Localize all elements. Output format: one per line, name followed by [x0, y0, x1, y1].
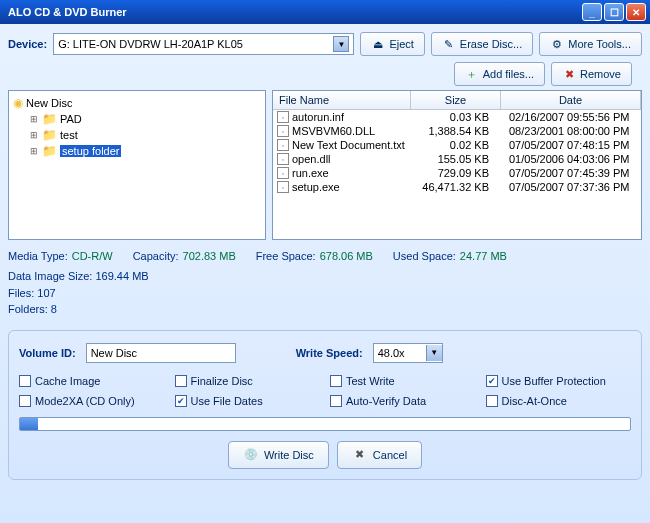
tree-root[interactable]: ◉ New Disc — [13, 95, 261, 111]
disc-icon: ◉ — [13, 96, 23, 110]
finalize-disc-checkbox[interactable]: Finalize Disc — [175, 375, 321, 387]
use-buffer-protection-checkbox[interactable]: ✔Use Buffer Protection — [486, 375, 632, 387]
file-icon: ▫ — [277, 167, 289, 179]
minimize-button[interactable]: _ — [582, 3, 602, 21]
chevron-down-icon: ▼ — [426, 345, 442, 361]
volume-id-label: Volume ID: — [19, 347, 76, 359]
file-list-header: File Name Size Date — [273, 91, 641, 110]
expand-icon[interactable]: ⊞ — [29, 146, 39, 156]
table-row[interactable]: ▫MSVBVM60.DLL1,388.54 KB08/23/2001 08:00… — [273, 124, 641, 138]
used-space-label: Used Space:24.77 MB — [393, 250, 507, 262]
table-row[interactable]: ▫setup.exe46,471.32 KB07/05/2007 07:37:3… — [273, 180, 641, 194]
erase-disc-button[interactable]: ✎ Erase Disc... — [431, 32, 533, 56]
table-row[interactable]: ▫autorun.inf0.03 KB02/16/2007 09:55:56 P… — [273, 110, 641, 124]
device-label: Device: — [8, 38, 47, 50]
write-speed-select[interactable]: 48.0x ▼ — [373, 343, 443, 363]
cancel-icon: ✖ — [352, 447, 368, 463]
folder-icon: 📁 — [42, 112, 57, 126]
volume-id-input[interactable] — [86, 343, 236, 363]
tree-item[interactable]: ⊞ 📁 setup folder — [29, 143, 261, 159]
more-tools-button[interactable]: ⚙ More Tools... — [539, 32, 642, 56]
file-icon: ▫ — [277, 125, 289, 137]
disc-at-once-checkbox[interactable]: Disc-At-Once — [486, 395, 632, 407]
capacity-label: Capacity:702.83 MB — [133, 250, 236, 262]
remove-button[interactable]: ✖ Remove — [551, 62, 632, 86]
free-space-label: Free Space:678.06 MB — [256, 250, 373, 262]
file-icon: ▫ — [277, 181, 289, 193]
table-row[interactable]: ▫New Text Document.txt0.02 KB07/05/2007 … — [273, 138, 641, 152]
folder-icon: 📁 — [42, 128, 57, 142]
titlebar: ALO CD & DVD Burner _ ☐ ✕ — [0, 0, 650, 24]
device-value: G: LITE-ON DVDRW LH-20A1P KL05 — [58, 38, 243, 50]
use-file-dates-checkbox[interactable]: ✔Use File Dates — [175, 395, 321, 407]
write-speed-label: Write Speed: — [296, 347, 363, 359]
progress-bar — [19, 417, 631, 431]
disc-icon: 💿 — [243, 447, 259, 463]
media-type-label: Media Type:CD-R/W — [8, 250, 113, 262]
gear-icon: ⚙ — [550, 37, 564, 51]
col-header-size[interactable]: Size — [411, 91, 501, 109]
file-icon: ▫ — [277, 153, 289, 165]
files-count: Files: 107 — [8, 285, 642, 302]
remove-icon: ✖ — [562, 67, 576, 81]
tree-item[interactable]: ⊞ 📁 PAD — [29, 111, 261, 127]
folder-tree[interactable]: ◉ New Disc ⊞ 📁 PAD ⊞ 📁 test ⊞ 📁 setup fo — [8, 90, 266, 240]
eject-button[interactable]: ⏏ Eject — [360, 32, 424, 56]
cancel-button[interactable]: ✖ Cancel — [337, 441, 422, 469]
tree-item[interactable]: ⊞ 📁 test — [29, 127, 261, 143]
data-image-size: Data Image Size: 169.44 MB — [8, 268, 642, 285]
auto-verify-data-checkbox[interactable]: Auto-Verify Data — [330, 395, 476, 407]
add-icon: ＋ — [465, 67, 479, 81]
app-title: ALO CD & DVD Burner — [4, 6, 582, 18]
add-files-button[interactable]: ＋ Add files... — [454, 62, 545, 86]
device-select[interactable]: G: LITE-ON DVDRW LH-20A1P KL05 ▼ — [53, 33, 354, 55]
close-button[interactable]: ✕ — [626, 3, 646, 21]
write-disc-button[interactable]: 💿 Write Disc — [228, 441, 329, 469]
table-row[interactable]: ▫open.dll155.05 KB01/05/2006 04:03:06 PM — [273, 152, 641, 166]
mode2xa-checkbox[interactable]: Mode2XA (CD Only) — [19, 395, 165, 407]
chevron-down-icon: ▼ — [333, 36, 349, 52]
col-header-name[interactable]: File Name — [273, 91, 411, 109]
cache-image-checkbox[interactable]: Cache Image — [19, 375, 165, 387]
test-write-checkbox[interactable]: Test Write — [330, 375, 476, 387]
col-header-date[interactable]: Date — [501, 91, 641, 109]
table-row[interactable]: ▫run.exe729.09 KB07/05/2007 07:45:39 PM — [273, 166, 641, 180]
maximize-button[interactable]: ☐ — [604, 3, 624, 21]
file-icon: ▫ — [277, 111, 289, 123]
eject-icon: ⏏ — [371, 37, 385, 51]
folder-icon: 📁 — [42, 144, 57, 158]
folders-count: Folders: 8 — [8, 301, 642, 318]
erase-icon: ✎ — [442, 37, 456, 51]
expand-icon[interactable]: ⊞ — [29, 114, 39, 124]
expand-icon[interactable]: ⊞ — [29, 130, 39, 140]
file-icon: ▫ — [277, 139, 289, 151]
file-list[interactable]: File Name Size Date ▫autorun.inf0.03 KB0… — [272, 90, 642, 240]
